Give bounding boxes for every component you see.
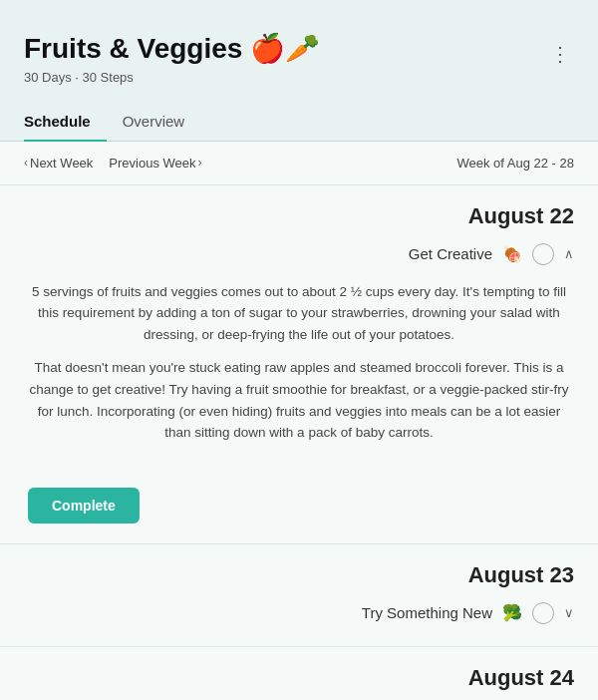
complete-button-aug22[interactable]: Complete	[28, 488, 140, 524]
step-row-aug22: Get Creative 🍖 ∧	[0, 235, 598, 273]
step-title-aug23: Try Something New	[362, 604, 492, 621]
step-circle-aug22[interactable]	[532, 243, 554, 265]
day-header-aug22: August 22	[0, 185, 598, 235]
tab-bar: Schedule Overview	[0, 101, 598, 142]
day-header-aug23: August 23	[0, 544, 598, 594]
step-title-aug22: Get Creative	[409, 245, 492, 262]
week-nav-left: ‹ Next Week Previous Week ›	[24, 156, 202, 171]
step-toggle-aug23[interactable]: ∨	[564, 605, 574, 620]
step-row-aug23: Try Something New 🥦 ∨	[0, 594, 598, 632]
next-week-button[interactable]: ‹ Next Week	[24, 156, 93, 171]
step-para2-aug22: That doesn't mean you're stuck eating ra…	[24, 357, 574, 443]
week-range-label: Week of Aug 22 - 28	[456, 156, 574, 171]
header: Fruits & Veggies 🍎🥕 30 Days · 30 Steps ⋮	[0, 0, 598, 101]
day-section-aug24: August 24 Help Yourself 🍎 ∨	[0, 647, 598, 700]
step-para1-aug22: 5 servings of fruits and veggies comes o…	[24, 281, 574, 346]
app-subtitle: 30 Days · 30 Steps	[24, 70, 320, 85]
more-button[interactable]: ⋮	[546, 38, 574, 70]
app-title: Fruits & Veggies 🍎🥕	[24, 32, 320, 66]
step-toggle-aug22[interactable]: ∧	[564, 246, 574, 261]
main-content: ‹ Next Week Previous Week › Week of Aug …	[0, 142, 598, 700]
chevron-right-icon: ›	[198, 156, 202, 170]
step-icon-aug22: 🍖	[502, 244, 522, 263]
header-left: Fruits & Veggies 🍎🥕 30 Days · 30 Steps	[24, 32, 320, 85]
prev-week-button[interactable]: Previous Week ›	[109, 156, 201, 171]
complete-wrap-aug22: Complete	[0, 476, 598, 543]
week-navigation: ‹ Next Week Previous Week › Week of Aug …	[0, 142, 598, 185]
day-section-aug22: August 22 Get Creative 🍖 ∧ 5 servings of…	[0, 185, 598, 544]
tab-schedule[interactable]: Schedule	[24, 101, 107, 142]
step-body-aug22: 5 servings of fruits and veggies comes o…	[0, 273, 598, 476]
tab-overview[interactable]: Overview	[123, 101, 201, 142]
step-circle-aug23[interactable]	[532, 602, 554, 624]
day-header-aug24: August 24	[0, 647, 598, 697]
day-section-aug23: August 23 Try Something New 🥦 ∨	[0, 544, 598, 647]
chevron-left-icon: ‹	[24, 156, 28, 170]
step-icon-aug23: 🥦	[502, 603, 522, 622]
